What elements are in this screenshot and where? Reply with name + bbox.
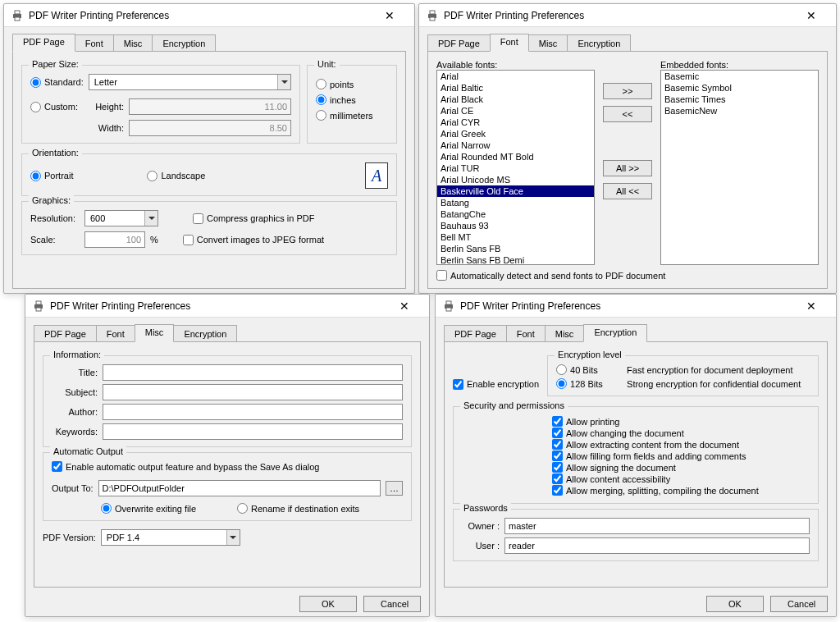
tab-pdf-page[interactable]: PDF Page [444,325,507,341]
combo-paper-standard[interactable]: Letter [89,74,291,90]
btn-browse-output[interactable]: … [386,481,403,496]
tab-misc[interactable]: Misc [528,34,568,51]
font-list-item[interactable]: Berlin Sans FB Demi [437,254,594,265]
radio-40bits[interactable]: 40 Bits [556,364,622,375]
btn-font-remove-all[interactable]: All << [603,183,652,199]
font-list-item[interactable]: Arial CE [437,105,594,117]
check-allow-changing[interactable]: Allow changing the document [552,428,810,438]
font-list-item[interactable]: Arial CYR [437,117,594,128]
font-list-item[interactable]: Basemic [661,71,818,82]
tab-misc[interactable]: Misc [545,325,585,341]
ok-button[interactable]: OK [299,596,357,612]
titlebar[interactable]: PDF Writer Printing Preferences ✕ [419,4,836,27]
font-list-item[interactable]: Arial Rounded MT Bold [437,151,594,162]
svg-rect-11 [446,308,451,311]
input-height[interactable]: 11.00 [129,98,291,115]
radio-millimeters[interactable]: millimeters [316,110,388,121]
font-list-item[interactable]: Arial Greek [437,128,594,139]
font-list-item[interactable]: Batang [437,197,594,208]
tab-encryption[interactable]: Encryption [173,325,237,341]
radio-portrait[interactable]: Portrait [30,171,73,181]
tab-misc[interactable]: Misc [113,34,153,51]
font-list-item[interactable]: Arial [437,71,594,82]
check-allow-printing[interactable]: Allow printing [552,416,810,427]
svg-rect-1 [15,11,20,14]
radio-points[interactable]: points [316,79,388,89]
ok-button[interactable]: OK [706,596,764,612]
titlebar[interactable]: PDF Writer Printing Preferences ✕ [436,295,836,318]
radio-overwrite[interactable]: Overwrite exiting file [101,503,196,514]
radio-rename[interactable]: Rename if destination exits [237,503,359,514]
font-list-item[interactable]: Arial Unicode MS [437,174,594,185]
close-icon[interactable]: ✕ [793,298,829,314]
tab-misc[interactable]: Misc [135,324,175,342]
btn-font-remove[interactable]: << [603,106,652,122]
font-list-item[interactable]: BasemicNew [661,105,818,117]
btn-font-add-all[interactable]: All >> [603,160,652,176]
font-list-item[interactable]: BatangChe [437,208,594,220]
input-subject[interactable] [103,384,403,400]
font-list-item[interactable]: Basemic Times [661,94,818,105]
close-icon[interactable]: ✕ [372,7,408,24]
check-allow-form-fields[interactable]: Allow filling form fields and adding com… [552,450,810,461]
font-list-item[interactable]: Baskerville Old Face [437,185,594,197]
radio-standard[interactable]: Standard: [30,77,84,88]
tab-pdf-page[interactable]: PDF Page [34,325,97,341]
check-allow-accessibility[interactable]: Allow content accessibility [552,473,810,484]
tab-content-pdf-page: Paper Size: Standard: Letter Custom: Hei… [12,51,406,289]
titlebar[interactable]: PDF Writer Printing Preferences ✕ [25,295,429,318]
check-allow-merging[interactable]: Allow merging, splitting, compiling the … [552,485,810,496]
cancel-button[interactable]: Cancel [363,596,421,612]
input-width[interactable]: 8.50 [129,120,291,136]
radio-landscape[interactable]: Landscape [147,171,205,181]
tab-encryption[interactable]: Encryption [152,34,216,51]
font-list-item[interactable]: Basemic Symbol [661,82,818,94]
check-jpeg[interactable]: Convert images to JPEG format [183,235,324,245]
input-owner-password[interactable]: master [504,518,810,534]
check-allow-signing[interactable]: Allow signing the document [552,462,810,473]
btn-font-add[interactable]: >> [603,83,652,99]
input-title[interactable] [103,364,403,381]
group-unit: Unit: points inches millimeters [307,65,397,144]
font-list-item[interactable]: Arial Narrow [437,139,594,151]
tab-pdf-page[interactable]: PDF Page [12,34,75,52]
input-keywords[interactable] [103,423,403,440]
radio-128bits[interactable]: 128 Bits [556,378,622,389]
tab-content-encryption: Enable encryption Encryption level 40 Bi… [444,341,828,588]
check-compress[interactable]: Compress graphics in PDF [193,213,314,224]
input-author[interactable] [103,404,403,420]
check-allow-extracting[interactable]: Allow extracting content from the docume… [552,439,810,450]
cancel-button[interactable]: Cancel [770,596,828,612]
combo-resolution[interactable]: 600 [84,210,158,226]
tab-font[interactable]: Font [96,325,135,341]
font-list-item[interactable]: Arial Baltic [437,82,594,94]
tab-encryption[interactable]: Encryption [583,324,647,342]
titlebar[interactable]: PDF Writer Printing Preferences ✕ [4,4,414,27]
input-scale[interactable]: 100 [84,231,145,248]
input-user-password[interactable]: reader [504,537,810,554]
tab-pdf-page[interactable]: PDF Page [427,34,491,51]
tab-font[interactable]: Font [490,34,529,52]
check-enable-encryption[interactable]: Enable encryption [453,350,539,401]
listbox-available-fonts[interactable]: ArialArial BalticArial BlackArial CEAria… [436,70,595,265]
font-list-item[interactable]: Berlin Sans FB [437,243,594,254]
font-list-item[interactable]: Bell MT [437,231,594,243]
radio-custom[interactable]: Custom: [30,102,81,112]
tab-font[interactable]: Font [506,325,546,341]
tab-font[interactable]: Font [75,34,114,51]
listbox-embedded-fonts[interactable]: BasemicBasemic SymbolBasemic TimesBasemi… [660,70,819,265]
tab-encryption[interactable]: Encryption [567,34,631,51]
check-auto-detect-fonts[interactable]: Automatically detect and send fonts to P… [436,270,665,281]
font-list-item[interactable]: Arial TUR [437,162,594,174]
combo-pdf-version[interactable]: PDF 1.4 [101,529,240,546]
label-owner-password: Owner : [462,521,500,531]
font-list-item[interactable]: Bauhaus 93 [437,220,594,231]
font-list-item[interactable]: Arial Black [437,94,594,105]
dialog-title: PDF Writer Printing Preferences [444,10,793,21]
label-available-fonts: Available fonts: [436,60,595,70]
close-icon[interactable]: ✕ [793,7,829,24]
input-output-to[interactable]: D:\PDFOutputFolder [98,480,381,496]
check-enable-auto-output[interactable]: Enable automatic output feature and bypa… [52,461,403,472]
close-icon[interactable]: ✕ [386,298,422,314]
radio-inches[interactable]: inches [316,94,388,105]
